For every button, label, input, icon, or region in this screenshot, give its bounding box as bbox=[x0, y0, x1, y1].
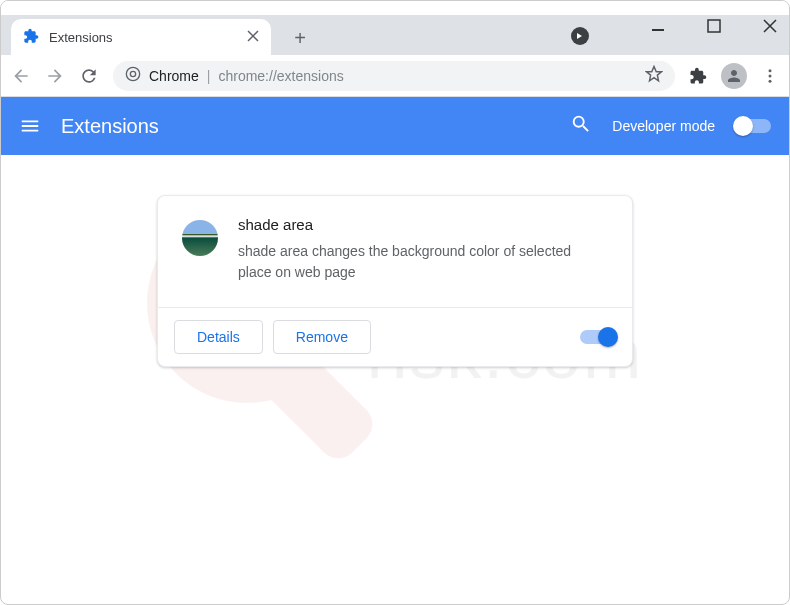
page-title: Extensions bbox=[61, 115, 159, 138]
details-button[interactable]: Details bbox=[174, 320, 263, 354]
content-area: shade area shade area changes the backgr… bbox=[1, 155, 789, 407]
kebab-menu-icon[interactable] bbox=[761, 67, 779, 85]
developer-mode-toggle[interactable] bbox=[735, 119, 771, 133]
new-tab-button[interactable]: + bbox=[285, 23, 315, 53]
search-icon[interactable] bbox=[570, 113, 592, 139]
extension-enable-toggle[interactable] bbox=[580, 330, 616, 344]
svg-rect-1 bbox=[708, 20, 720, 32]
tab-title: Extensions bbox=[49, 30, 113, 45]
svg-point-4 bbox=[130, 71, 135, 76]
extensions-header: Extensions Developer mode bbox=[1, 97, 789, 155]
svg-marker-2 bbox=[577, 33, 582, 39]
url-path: chrome://extensions bbox=[218, 68, 343, 84]
svg-point-5 bbox=[769, 69, 772, 72]
toolbar: Chrome | chrome://extensions bbox=[1, 55, 789, 97]
puzzle-icon bbox=[23, 28, 39, 47]
window-controls bbox=[651, 19, 777, 33]
reload-button[interactable] bbox=[79, 66, 99, 86]
back-button[interactable] bbox=[11, 66, 31, 86]
window-minimize-button[interactable] bbox=[651, 19, 665, 33]
extension-card: shade area shade area changes the backgr… bbox=[157, 195, 633, 367]
svg-point-6 bbox=[769, 74, 772, 77]
titlebar bbox=[1, 1, 789, 15]
close-tab-button[interactable] bbox=[247, 29, 259, 45]
forward-button[interactable] bbox=[45, 66, 65, 86]
bookmark-star-icon[interactable] bbox=[645, 65, 663, 86]
svg-point-3 bbox=[126, 67, 139, 80]
media-control-button[interactable] bbox=[571, 27, 589, 45]
window-maximize-button[interactable] bbox=[707, 19, 721, 33]
url-divider: | bbox=[207, 68, 211, 84]
extension-description: shade area changes the background color … bbox=[238, 241, 608, 283]
extension-icon bbox=[182, 220, 218, 256]
profile-button[interactable] bbox=[721, 63, 747, 89]
chrome-icon bbox=[125, 66, 141, 85]
window-close-button[interactable] bbox=[763, 19, 777, 33]
hamburger-menu-icon[interactable] bbox=[19, 115, 41, 137]
remove-button[interactable]: Remove bbox=[273, 320, 371, 354]
developer-mode-label: Developer mode bbox=[612, 118, 715, 134]
address-bar[interactable]: Chrome | chrome://extensions bbox=[113, 61, 675, 91]
url-scheme: Chrome bbox=[149, 68, 199, 84]
browser-tab[interactable]: Extensions bbox=[11, 19, 271, 55]
svg-rect-0 bbox=[652, 29, 664, 31]
extensions-icon[interactable] bbox=[689, 67, 707, 85]
extension-name: shade area bbox=[238, 216, 608, 233]
svg-point-7 bbox=[769, 79, 772, 82]
